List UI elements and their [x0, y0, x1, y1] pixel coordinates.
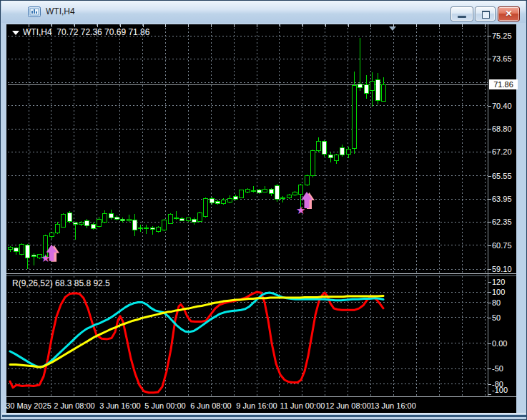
- time-axis-tick: [370, 24, 371, 27]
- price-tick-label: 70.40: [492, 102, 512, 110]
- price-tick-label: 60.75: [492, 241, 512, 250]
- price-axis-tick: [488, 199, 491, 200]
- price-tick-label: 67.20: [492, 147, 512, 156]
- time-axis-tick: [416, 24, 417, 27]
- indicator-tick-label: 0.00: [492, 339, 507, 348]
- candle-bull: [204, 199, 208, 217]
- time-axis-tick: [485, 24, 486, 27]
- price-axis-tick: [488, 269, 491, 270]
- candle-bull: [186, 218, 190, 220]
- indicator-canvas[interactable]: [8, 276, 488, 396]
- candle-bear: [210, 199, 214, 203]
- main-chart-canvas[interactable]: ★★: [8, 24, 488, 273]
- candle-bull: [79, 223, 84, 224]
- candle-bear: [109, 213, 113, 218]
- indicator-axis-tick: [488, 303, 491, 303]
- candle-bull: [263, 190, 267, 192]
- candle-bear: [67, 213, 72, 222]
- candle-bull: [292, 192, 297, 195]
- time-axis-tick: [97, 24, 98, 27]
- time-axis-tick: [348, 24, 349, 27]
- candle-bear: [233, 196, 237, 199]
- candle-bear: [132, 220, 137, 230]
- price-axis-tick: [488, 152, 491, 152]
- price-tick-label: 59.10: [492, 265, 512, 273]
- candle-bear: [174, 218, 178, 219]
- candle-bear: [180, 218, 184, 220]
- candle-bull: [61, 214, 66, 227]
- window-title: WTI,H4: [46, 6, 75, 16]
- time-axis-tick: [462, 24, 463, 27]
- minimize-button[interactable]: [450, 6, 473, 21]
- price-axis-tick: [488, 245, 491, 246]
- time-axis-tick: [74, 24, 75, 27]
- current-price-label: 71.86: [489, 79, 518, 89]
- chart-window-icon: [28, 6, 41, 17]
- candle-bear: [251, 191, 255, 192]
- candle-bull: [55, 225, 59, 233]
- price-axis-tick: [488, 176, 491, 177]
- candle-bear: [139, 228, 143, 228]
- restore-button[interactable]: [475, 6, 496, 21]
- candle-bull: [157, 227, 161, 231]
- price-tick-label: 68.80: [492, 124, 512, 133]
- close-button[interactable]: ✕: [498, 6, 520, 21]
- candle-bear: [14, 248, 18, 252]
- indicator-axis-tick: [488, 368, 491, 369]
- chart-shift-icon: [389, 26, 396, 31]
- candle-bull: [222, 200, 226, 203]
- price-axis-tick: [488, 36, 491, 36]
- candle-bull: [287, 195, 291, 197]
- candle-bull: [8, 247, 12, 249]
- price-axis-separator: [488, 24, 488, 396]
- time-axis-tick: [393, 24, 394, 27]
- indicator-tick-label: 100: [492, 288, 505, 296]
- indicator-tick-label: -50: [492, 364, 503, 373]
- candle-bear: [376, 79, 380, 100]
- time-axis-tick: [143, 24, 144, 27]
- price-axis-tick: [488, 222, 491, 223]
- time-axis-tick: [257, 24, 257, 27]
- candle-bear: [91, 224, 95, 228]
- chart-ohlc-values: 70.72 72.36 70.69 71.86: [56, 27, 149, 37]
- pane-separator-shadow: [6, 275, 516, 276]
- time-axis-separator: [6, 396, 516, 397]
- time-axis-tick: [439, 24, 440, 27]
- candle-bull: [162, 220, 167, 230]
- window-frame-edge: [2, 415, 526, 417]
- candle-bull: [352, 85, 356, 149]
- chart-expand-triangle-icon[interactable]: [12, 31, 19, 35]
- candle-bear: [340, 148, 345, 155]
- time-axis-tick: [29, 24, 29, 27]
- candle-bear: [150, 228, 154, 229]
- pane-separator[interactable]: [6, 273, 516, 274]
- candle-bull: [346, 150, 350, 155]
- candle-bull: [240, 190, 244, 197]
- window-frame-highlight: [2, 413, 526, 414]
- price-tick-label: 63.95: [492, 195, 512, 203]
- candle-bull: [281, 198, 285, 199]
- price-tick-label: 73.65: [492, 54, 512, 63]
- time-axis-tick: [302, 24, 303, 27]
- candle-bull: [144, 228, 149, 228]
- candle-bear: [114, 218, 119, 219]
- candle-bull: [97, 219, 102, 226]
- indicator-current-values: 68.3 85.8 92.5: [55, 278, 110, 288]
- indicator-axis-tick: [488, 343, 491, 344]
- time-axis-tick: [165, 24, 166, 27]
- candle-bull: [245, 190, 250, 192]
- candle-bull: [198, 213, 202, 222]
- indicator-name-label: R(9,26,52): [12, 278, 53, 288]
- title-bar[interactable]: WTI,H4 ✕: [1, 1, 526, 23]
- time-axis-label: 13 Jun 16:00: [363, 401, 423, 410]
- time-axis-tick: [120, 24, 121, 27]
- candle-bull: [20, 245, 24, 255]
- candle-bear: [31, 255, 36, 257]
- candle-bull: [305, 176, 309, 185]
- chart-header: WTI,H4 70.72 72.36 70.69 71.86: [12, 27, 149, 37]
- candle-bear: [328, 155, 333, 157]
- close-icon: ✕: [498, 9, 519, 19]
- chart-window: WTI,H4 ✕ ★★ WTI,H4 70.72 72.36 70.69 71.…: [0, 0, 527, 420]
- candle-bear: [322, 142, 327, 155]
- star-icon: ★: [41, 252, 50, 265]
